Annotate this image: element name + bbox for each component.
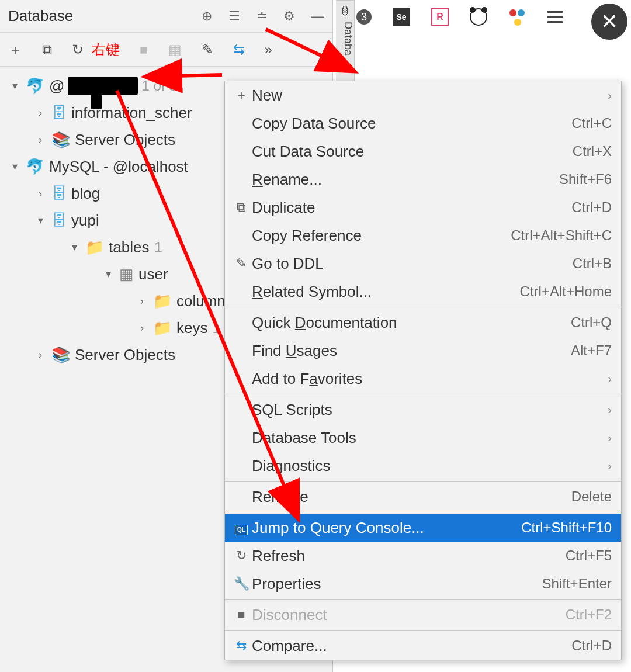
submenu-icon: › <box>608 89 612 102</box>
mysql-icon: 🐬 <box>26 72 44 99</box>
table-icon: ▦ <box>119 261 134 287</box>
folder-icon: 📁 <box>85 234 104 261</box>
menu-new[interactable]: ＋New› <box>225 81 621 109</box>
menu-duplicate[interactable]: ⧉DuplicateCtrl+D <box>225 193 621 221</box>
annotation-rightclick: 右键 <box>92 40 120 59</box>
schema-icon: 🗄 <box>51 99 67 126</box>
menu-separator <box>225 481 621 482</box>
mysql-icon: 🐬 <box>26 153 44 180</box>
gear-icon[interactable]: ⚙ <box>283 9 295 24</box>
table-icon[interactable]: ▦ <box>168 41 182 58</box>
menu-copy-reference[interactable]: Copy ReferenceCtrl+Alt+Shift+C <box>225 221 621 250</box>
collapse-all-icon[interactable]: ≐ <box>256 9 267 24</box>
menu-separator <box>225 599 621 600</box>
menu-find-usages[interactable]: Find UsagesAlt+F7 <box>225 337 621 365</box>
server-objects-icon: 📚 <box>51 341 70 368</box>
plus-icon: ＋ <box>231 86 252 104</box>
ql-icon: QL <box>235 525 248 535</box>
menu-disconnect: ■DisconnectCtrl+F2 <box>225 601 621 629</box>
refresh-icon: ↻ <box>231 548 252 563</box>
duplicate-icon[interactable]: ⧉ <box>42 41 52 58</box>
wrench-icon: 🔧 <box>231 576 252 591</box>
more-icon[interactable]: » <box>265 41 272 58</box>
server-objects-icon: 📚 <box>51 126 70 153</box>
menu-add-to-favorites[interactable]: Add to Favorites› <box>225 365 621 393</box>
menu-quick-doc[interactable]: Quick DocumentationCtrl+Q <box>225 309 621 337</box>
compare-icon: ⇆ <box>231 638 252 653</box>
balls-icon[interactable] <box>508 8 526 26</box>
count-badge[interactable]: 3 <box>356 9 372 25</box>
minimize-icon[interactable]: — <box>311 9 324 24</box>
r-icon[interactable]: R <box>431 8 449 26</box>
menu-separator <box>225 512 621 512</box>
menu-remove[interactable]: RemoveDelete <box>225 483 621 511</box>
folder-icon: 📁 <box>153 287 172 314</box>
stop-icon[interactable]: ■ <box>140 41 148 58</box>
database-side-tab[interactable]: 🛢 Databa <box>336 0 355 93</box>
duplicate-icon: ⧉ <box>231 200 252 215</box>
browser-top-row: 3 Se R <box>356 8 563 26</box>
panel-toolbar: ＋ ⧉ ↻ 右键 ■ ▦ ✎ ⇆ » <box>0 33 332 67</box>
expand-all-icon[interactable]: ☰ <box>228 9 240 24</box>
target-icon[interactable]: ⊕ <box>202 9 212 24</box>
menu-separator <box>225 630 621 631</box>
panel-title: Database <box>8 7 202 25</box>
database-icon: 🛢 <box>339 5 350 18</box>
schema-icon: 🗄 <box>51 180 67 207</box>
submenu-icon: › <box>608 403 612 417</box>
add-icon[interactable]: ＋ <box>8 40 22 59</box>
menu-jump-to-query-console[interactable]: QLJump to Query Console...Ctrl+Shift+F10 <box>225 514 621 542</box>
menu-separator <box>225 394 621 394</box>
refresh-icon[interactable]: ↻ <box>72 41 84 58</box>
menu-go-to-ddl[interactable]: ✎Go to DDLCtrl+B <box>225 250 621 278</box>
close-icon[interactable]: ✕ <box>591 4 627 40</box>
menu-separator <box>225 307 621 307</box>
datasource-count: 1 of 3 <box>141 72 176 99</box>
menu-sql-scripts[interactable]: SQL Scripts› <box>225 396 621 424</box>
submenu-icon: › <box>608 459 612 473</box>
menu-compare[interactable]: ⇆Compare...Ctrl+D <box>225 632 621 660</box>
menu-refresh[interactable]: ↻RefreshCtrl+F5 <box>225 542 621 570</box>
menu-rename[interactable]: Rename...Shift+F6 <box>225 165 621 193</box>
redacted-name <box>68 77 138 95</box>
submenu-icon: › <box>608 431 612 445</box>
menu-related-symbol[interactable]: Related Symbol...Ctrl+Alt+Home <box>225 278 621 306</box>
submenu-icon: › <box>608 372 612 386</box>
hamburger-icon[interactable] <box>547 11 563 23</box>
menu-properties[interactable]: 🔧PropertiesShift+Enter <box>225 570 621 598</box>
pencil-icon: ✎ <box>231 256 252 271</box>
stop-icon: ■ <box>231 607 252 622</box>
edit-icon[interactable]: ✎ <box>202 41 213 58</box>
menu-cut-data-source[interactable]: Cut Data SourceCtrl+X <box>225 137 621 165</box>
menu-database-tools[interactable]: Database Tools› <box>225 424 621 452</box>
menu-diagnostics[interactable]: Diagnostics› <box>225 452 621 480</box>
folder-icon: 📁 <box>153 314 172 341</box>
panda-icon[interactable] <box>470 8 487 26</box>
panel-titlebar: Database ⊕ ☰ ≐ ⚙ — <box>0 0 332 33</box>
menu-copy-data-source[interactable]: Copy Data SourceCtrl+C <box>225 109 621 137</box>
compare-icon[interactable]: ⇆ <box>233 41 245 58</box>
selenium-icon[interactable]: Se <box>393 8 410 26</box>
schema-icon: 🗄 <box>51 207 67 234</box>
context-menu: ＋New› Copy Data SourceCtrl+C Cut Data So… <box>224 81 622 660</box>
